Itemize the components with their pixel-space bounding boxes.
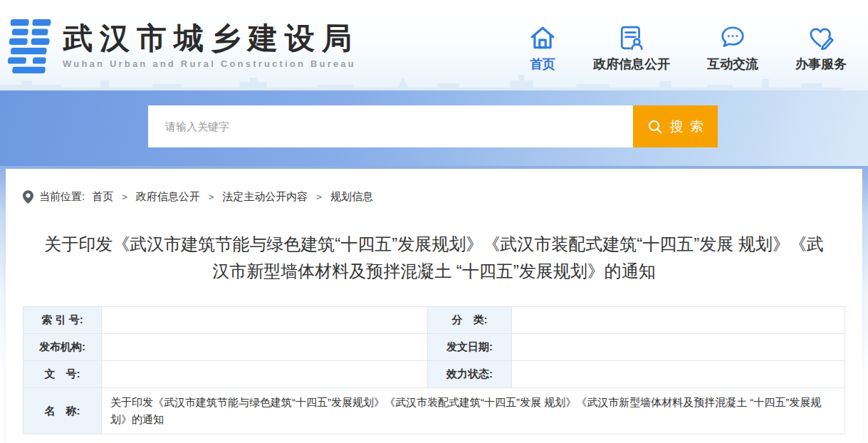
breadcrumb-separator: > [209, 192, 214, 202]
search-icon [647, 119, 663, 135]
site-header: 武汉市城乡建设局 Wuhan Urban and Rural Construct… [0, 0, 868, 90]
service-heart-icon [807, 24, 835, 51]
meta-value-category [512, 307, 845, 334]
nav-label: 互动交流 [707, 56, 758, 73]
nav-item-interaction[interactable]: 互动交流 [707, 24, 758, 73]
breadcrumb-separator: > [122, 192, 127, 202]
meta-label-category: 分 类: [428, 307, 512, 334]
breadcrumb-item-home[interactable]: 首页 [92, 190, 113, 204]
table-row: 发布机构: 发文日期: [23, 334, 845, 361]
nav-label: 首页 [530, 56, 555, 73]
search-box: 搜索 [148, 105, 718, 147]
breadcrumb: 当前位置: 首页 > 政府信息公开 > 法定主动公开内容 > 规划信息 [23, 169, 845, 204]
breadcrumb-label: 当前位置: [39, 190, 85, 204]
meta-value-issue-date [512, 334, 845, 361]
breadcrumb-item-planning-info[interactable]: 规划信息 [330, 190, 373, 204]
meta-value-validity-status [512, 361, 845, 388]
location-pin-icon [23, 190, 33, 204]
document-meta-table: 索 引 号: 分 类: 发布机构: 发文日期: 文 号: 效力 [23, 306, 845, 434]
table-row: 索 引 号: 分 类: [23, 307, 845, 334]
top-nav: 首页 政府信息公开 互动交流 [529, 19, 847, 73]
article-title: 关于印发《武汉市建筑节能与绿色建筑“十四五”发展规划》《武汉市装配式建筑“十四五… [38, 231, 830, 285]
meta-value-name: 关于印发《武汉市建筑节能与绿色建筑“十四五”发展规划》《武汉市装配式建筑“十四五… [102, 388, 845, 434]
breadcrumb-item-gov-info[interactable]: 政府信息公开 [136, 190, 200, 204]
breadcrumb-separator: > [316, 192, 322, 202]
page-backdrop: 当前位置: 首页 > 政府信息公开 > 法定主动公开内容 > 规划信息 关于印发… [0, 166, 868, 443]
meta-label-validity-status: 效力状态: [428, 361, 512, 388]
gov-info-icon [618, 24, 645, 51]
nav-item-services[interactable]: 办事服务 [795, 24, 847, 73]
home-icon [529, 24, 556, 51]
content-panel: 当前位置: 首页 > 政府信息公开 > 法定主动公开内容 > 规划信息 关于印发… [6, 169, 862, 443]
site-title: 武汉市城乡建设局 [63, 21, 359, 56]
table-row: 文 号: 效力状态: [23, 361, 845, 388]
search-button[interactable]: 搜索 [633, 105, 718, 147]
meta-table-wrap: 索 引 号: 分 类: 发布机构: 发文日期: 文 号: 效力 [23, 306, 845, 434]
meta-label-issuing-agency: 发布机构: [23, 334, 102, 361]
table-row: 名 称: 关于印发《武汉市建筑节能与绿色建筑“十四五”发展规划》《武汉市装配式建… [23, 388, 845, 434]
meta-value-issuing-agency [102, 334, 428, 361]
chat-icon [719, 24, 746, 51]
search-input[interactable] [148, 105, 633, 147]
site-subtitle: Wuhan Urban and Rural Construction Burea… [63, 58, 359, 69]
nav-label: 办事服务 [795, 56, 847, 73]
meta-label-name: 名 称: [23, 388, 102, 434]
nav-item-gov-info[interactable]: 政府信息公开 [593, 24, 670, 73]
meta-value-document-number [102, 361, 428, 388]
site-logo[interactable]: 武汉市城乡建设局 Wuhan Urban and Rural Construct… [6, 16, 359, 75]
breadcrumb-item-statutory-disclosure[interactable]: 法定主动公开内容 [222, 190, 308, 204]
meta-value-index-number [102, 307, 428, 334]
meta-label-issue-date: 发文日期: [428, 334, 512, 361]
search-band: 搜索 [0, 90, 868, 166]
meta-label-document-number: 文 号: [23, 361, 102, 388]
search-button-label: 搜索 [670, 118, 710, 136]
nav-item-home[interactable]: 首页 [529, 24, 556, 73]
nav-label: 政府信息公开 [593, 56, 670, 73]
meta-label-index-number: 索 引 号: [23, 307, 102, 334]
bureau-logo-icon [6, 18, 54, 75]
